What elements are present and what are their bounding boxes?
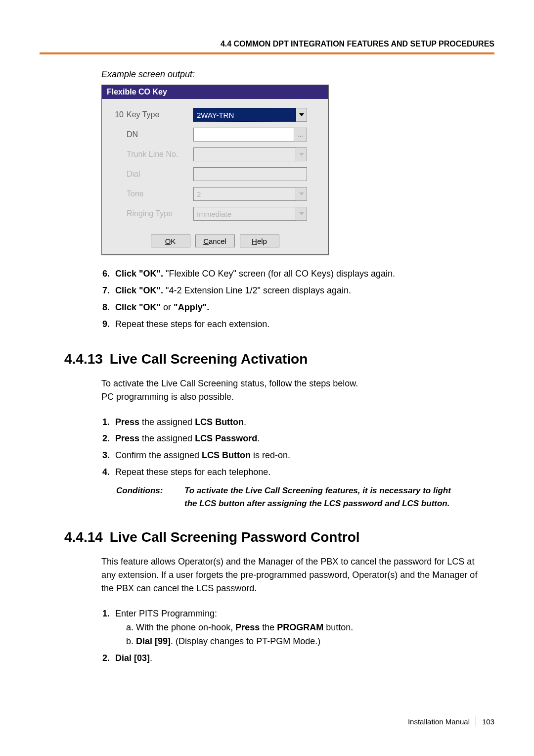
step-7: Click "OK". "4-2 Extension Line 1/2" scr… [112, 284, 494, 298]
ok-button[interactable]: OK [151, 235, 190, 247]
cancel-button[interactable]: Cancel [195, 235, 235, 247]
svg-marker-2 [299, 192, 304, 195]
page-footer: Installation Manual 103 [408, 716, 494, 726]
conditions-block: Conditions: To activate the Live Call Sc… [116, 484, 462, 510]
step-6: Click "OK". "Flexible CO Key" screen (fo… [112, 267, 494, 281]
trunk-select [193, 147, 296, 161]
step-414-2: Dial [03]. [112, 652, 494, 665]
steps-continued: Click "OK". "Flexible CO Key" screen (fo… [101, 267, 494, 331]
ringing-select [193, 207, 296, 221]
ok-label-rest: K [171, 237, 176, 245]
label-ringing: Ringing Type [127, 209, 193, 218]
heading-4-4-14: 4.4.14 Live Call Screening Password Cont… [64, 529, 494, 545]
dial-input [193, 167, 307, 181]
intro-413: To activate the Live Call Screening stat… [101, 377, 487, 404]
dropdown-icon [296, 147, 307, 161]
flexible-co-key-dialog: Flexible CO Key 10 Key Type DN … [101, 85, 329, 255]
label-tone: Tone [127, 189, 193, 198]
steps-413: Press the assigned LCS Button. Press the… [101, 416, 494, 480]
divider-icon [476, 716, 476, 726]
example-caption: Example screen output: [101, 69, 494, 80]
step-414-1: Enter PITS Programming: a. With the phon… [112, 607, 494, 649]
help-button[interactable]: Help [240, 235, 279, 247]
browse-button[interactable]: … [294, 128, 307, 142]
svg-marker-1 [299, 153, 304, 156]
steps-414: Enter PITS Programming: a. With the phon… [101, 607, 494, 665]
label-key-type: Key Type [127, 110, 193, 119]
help-label-rest: elp [257, 237, 267, 245]
step-9: Repeat these steps for each extension. [112, 318, 494, 331]
step-413-1: Press the assigned LCS Button. [112, 416, 494, 429]
label-dial: Dial [127, 170, 193, 179]
step-8: Click "OK" or "Apply". [112, 301, 494, 315]
dn-input[interactable] [193, 128, 294, 142]
step-413-4: Repeat these steps for each telephone. [112, 466, 494, 479]
key-type-select[interactable] [193, 108, 296, 122]
tone-select [193, 187, 296, 201]
heading-4-4-13: 4.4.13 Live Call Screening Activation [64, 351, 494, 367]
step-413-2: Press the assigned LCS Password. [112, 432, 494, 446]
dropdown-icon[interactable] [296, 108, 307, 122]
intro-414: This feature allows Operator(s) and the … [101, 555, 487, 595]
dialog-title: Flexible CO Key [102, 85, 328, 99]
label-trunk: Trunk Line No. [127, 150, 193, 159]
step-413-3: Confirm the assigned LCS Button is red-o… [112, 449, 494, 463]
cancel-label-rest: ancel [209, 237, 226, 245]
page-section-header: 4.4 COMMON DPT INTEGRATION FEATURES AND … [40, 40, 494, 54]
row-number: 10 [109, 110, 124, 119]
svg-marker-0 [299, 113, 304, 116]
dropdown-icon [296, 207, 307, 221]
dropdown-icon [296, 187, 307, 201]
svg-marker-3 [299, 212, 304, 215]
label-dn: DN [127, 130, 193, 139]
